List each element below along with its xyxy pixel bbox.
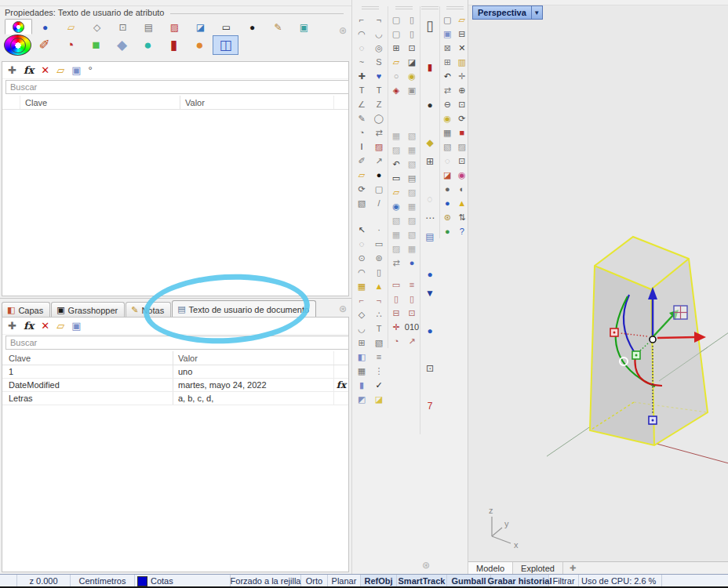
bulb-icon[interactable]: ◌ [420,190,439,209]
text-b-icon[interactable]: T [370,83,388,97]
globe-icon[interactable]: ● [440,224,455,238]
rect-sel-icon[interactable]: ▭ [370,237,388,251]
viewport-canvas[interactable]: z y x [468,0,728,562]
check-icon[interactable]: ✓ [370,378,388,392]
plan-h-icon[interactable]: ▨ [404,213,420,227]
handles-icon[interactable]: ⇄ [370,125,388,140]
viewport-title-tab[interactable]: Perspectiva ▼ [472,5,543,20]
cube-icon[interactable]: ◧ [353,350,370,364]
plan-d-icon[interactable]: ▦ [404,143,420,157]
wedge-icon[interactable]: ◪ [370,392,388,406]
panel-options-gear-icon[interactable]: ⊛ [339,303,347,314]
plan-b-icon[interactable]: ▧ [404,129,420,143]
stylus-icon[interactable]: ✎ [265,20,291,34]
status-grid-snap[interactable]: Forzado a la rejilla [231,575,301,587]
leader-icon[interactable]: ↗ [404,334,420,348]
copy-icon[interactable]: ⊞ [440,55,455,69]
history-icon[interactable]: ▤ [420,227,439,246]
target-icon[interactable]: ✛ [388,320,404,334]
open-file-icon[interactable]: ▱ [56,64,64,76]
open-icon[interactable]: ▱ [353,168,370,182]
new-a-icon[interactable]: ▢ [388,13,404,27]
doc-copy-icon[interactable]: ⊡ [404,41,420,55]
document-search-input[interactable] [5,336,349,350]
table-row[interactable]: DateModified martes, mayo 24, 2022 fx [2,379,348,392]
delete-key-icon[interactable]: ✕ [41,320,49,332]
column-header-clave[interactable]: Clave [20,96,180,109]
boxes-icon[interactable]: ⊞ [353,336,370,350]
ellipse-icon[interactable]: ◯ [370,111,388,125]
viewport-menu-arrow-icon[interactable]: ▼ [532,5,543,20]
folder2-icon[interactable]: ▱ [388,185,404,199]
link-icon[interactable]: ⋯ [420,209,439,227]
status-smarttrack[interactable]: SmartTrack [397,575,447,587]
save-file-icon[interactable]: ▣ [71,320,81,332]
weight-icon[interactable]: ♥ [370,69,388,83]
zoom-out-icon[interactable]: ⊖ [440,97,455,111]
arc-b-icon[interactable]: ◡ [353,321,370,336]
wave-icon[interactable]: S [370,55,388,69]
plan-g-icon[interactable]: ▧ [388,213,404,227]
hatch-icon[interactable]: ▧ [353,196,370,210]
plan-e-icon[interactable]: ▨ [404,185,420,199]
ball-sm-icon[interactable]: ● [404,256,420,270]
plan-j-icon[interactable]: ▧ [404,227,420,241]
perspective-viewport[interactable]: Perspectiva ▼ [468,0,728,574]
tab-modelo[interactable]: Modelo [468,562,513,574]
table-row[interactable]: Letras a, b, c, d, [2,392,348,405]
curve-a-icon[interactable]: ◠ [353,27,370,41]
gumball-plane-handle[interactable] [674,306,687,319]
table-row[interactable]: 1 uno [2,365,348,379]
red-book-icon[interactable]: ▮ [161,35,187,55]
add-key-icon[interactable]: ✚ [8,320,16,332]
status-record-history[interactable]: Grabar historial [491,575,549,587]
frame-a-icon[interactable]: ▯ [388,292,404,306]
doc-b-icon[interactable]: ▯ [404,27,420,41]
undo-view-icon[interactable]: ↶ [388,157,404,171]
shade-icon[interactable]: ◪ [404,55,420,69]
ibeam-icon[interactable]: I [353,140,370,154]
object-properties-icon[interactable] [5,19,32,34]
pointer-icon[interactable]: ↖ [353,223,370,237]
save-icon[interactable]: ▣ [440,27,455,41]
export-icon[interactable]: ⊠ [440,41,455,55]
eye-icon[interactable]: ◉ [388,199,404,213]
render-sphere-icon[interactable]: ● [32,20,58,34]
plan-f-icon[interactable]: ▦ [404,199,420,213]
toolbar-options-gear-icon[interactable]: ⊛ [422,560,430,571]
column-header-valor[interactable]: Valor [180,96,333,109]
doc-plus-icon[interactable]: ⊞ [388,41,404,55]
doc-red-icon[interactable]: ▣ [404,83,420,97]
shade-a-icon[interactable]: ● [440,182,455,196]
chain-icon[interactable]: ⊟ [388,306,404,320]
color-wheel-icon[interactable] [4,34,31,56]
steps-icon[interactable]: ≡ [370,350,388,364]
sphere-blue-icon[interactable]: ● [420,265,439,284]
lasso-icon[interactable]: ◌ [353,237,370,251]
gears-icon[interactable]: ⊛ [440,210,455,224]
light-icon[interactable]: ◆ [109,35,135,55]
snapshot-icon[interactable]: ◆ [420,133,439,152]
grid-icon[interactable]: ▦ [353,364,370,378]
open-file-icon[interactable]: ▱ [56,320,64,332]
swap-icon[interactable]: ⇄ [388,256,404,270]
pin-icon[interactable]: ⊡ [404,306,420,320]
bulb-on-icon[interactable]: ◉ [404,69,420,83]
grid-table-icon[interactable]: ⊞ [420,152,439,171]
gumball-origin-handle[interactable] [650,336,656,343]
column-header-clave[interactable]: Clave [2,351,173,365]
pencil-icon[interactable]: ✐ [31,35,57,55]
folder-icon[interactable]: ▱ [388,55,404,69]
dim-a-icon[interactable]: ▭ [388,278,404,292]
puzzle-icon[interactable]: ▦ [353,279,370,293]
dots-icon[interactable]: ∴ [370,307,388,321]
document-info-icon[interactable]: ⊡ [110,20,136,34]
ball-icon[interactable]: ● [420,321,439,340]
elbow-a-icon[interactable]: ⌐ [353,293,370,307]
texture-ball-icon[interactable]: ● [187,35,213,55]
function-icon[interactable]: fx [24,320,34,332]
clamp-icon[interactable]: ▮ [420,58,439,77]
arc-icon[interactable]: ↗ [370,154,388,168]
plan-l-icon[interactable]: ▦ [404,241,420,256]
plan-k-icon[interactable]: ▨ [388,241,404,256]
